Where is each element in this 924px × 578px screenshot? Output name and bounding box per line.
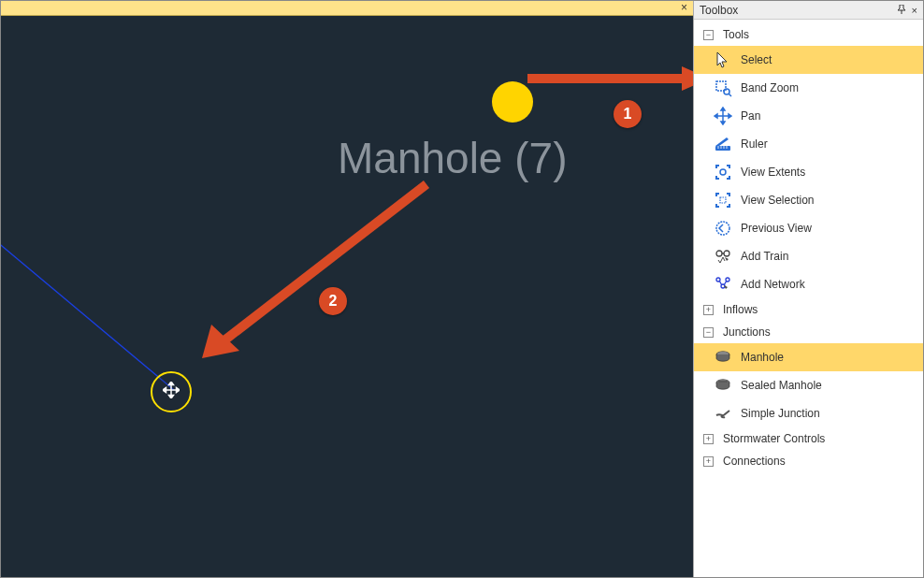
group-label: Inflows [723,303,758,316]
add-network-icon [713,274,733,295]
zoom-box-icon [713,78,733,98]
ruler-icon [713,134,733,154]
svg-point-45 [724,251,729,256]
svg-marker-4 [169,396,174,399]
svg-marker-19 [729,114,731,118]
pipe-line [1,194,253,474]
group-label: Junctions [723,325,771,339]
annotation-arrow-1 [523,65,693,93]
tool-label: View Selection [741,194,815,207]
group-stormwater: + Stormwater Controls [694,427,923,450]
close-icon[interactable]: × [681,1,687,14]
svg-rect-42 [720,197,726,203]
annotation-number-2: 2 [319,287,347,315]
tool-label: Band Zoom [741,81,799,94]
tool-label: Previous View [741,222,812,235]
add-train-icon [713,246,733,267]
group-header-tools[interactable]: − Tools [694,23,923,46]
collapse-icon: − [703,30,714,40]
toolbox-header: Toolbox × [694,1,923,20]
svg-rect-26 [715,165,717,168]
svg-marker-18 [715,114,717,118]
tool-label: Manhole [741,351,784,364]
tool-label: Ruler [741,137,768,151]
cursor-icon [713,50,733,70]
expand-icon: + [703,305,714,315]
annotation-number-1: 1 [614,100,642,128]
previous-view-icon [713,218,733,238]
svg-marker-5 [163,388,166,393]
expand-icon: + [703,434,714,444]
manhole-icon [713,347,733,368]
svg-line-13 [729,94,731,96]
tool-label: Add Network [741,278,805,291]
selected-node[interactable] [151,371,192,412]
svg-rect-30 [715,176,717,180]
tool-previous-view[interactable]: Previous View [694,214,923,242]
tool-pan[interactable]: Pan [694,102,923,130]
tool-add-train[interactable]: Add Train [694,242,923,270]
junction-sealed-manhole[interactable]: Sealed Manhole [694,371,923,399]
svg-point-33 [720,169,726,175]
app-root: × Manhole (7) [0,0,924,578]
svg-marker-6 [177,388,180,393]
tool-label: View Extents [741,166,805,179]
svg-line-9 [221,184,426,343]
svg-rect-41 [729,204,730,208]
svg-marker-8 [682,66,693,91]
pin-icon[interactable] [897,5,906,16]
drawing-canvas[interactable]: Manhole (7) 1 [1,16,693,577]
toolbox-tree: − Tools Select Band Zoom [694,20,923,577]
group-header-inflows[interactable]: + Inflows [694,298,923,321]
svg-rect-20 [715,146,730,151]
toolbox-title: Toolbox [700,4,891,17]
svg-marker-17 [721,122,725,124]
svg-rect-37 [729,193,730,196]
junction-simple[interactable]: Simple Junction [694,399,923,427]
tool-add-network[interactable]: Add Network [694,270,923,298]
node-label: Manhole (7) [338,133,567,183]
extents-icon [713,162,733,182]
svg-marker-10 [202,325,239,358]
tool-view-selection[interactable]: View Selection [694,186,923,214]
svg-line-0 [1,222,174,390]
tool-label: Add Train [741,250,788,263]
expand-icon: + [703,456,714,467]
svg-point-44 [716,251,722,256]
tool-band-zoom[interactable]: Band Zoom [694,74,923,102]
svg-marker-3 [169,382,174,385]
tool-label: Sealed Manhole [741,379,822,392]
group-header-stormwater[interactable]: + Stormwater Controls [694,427,923,450]
simple-junction-icon [713,403,733,424]
svg-rect-35 [715,193,717,196]
tool-label: Pan [741,109,760,123]
group-header-connections[interactable]: + Connections [694,450,923,472]
group-label: Tools [723,28,749,41]
svg-rect-39 [715,204,717,208]
move-cursor-icon [163,382,180,402]
group-header-junctions[interactable]: − Junctions [694,321,923,343]
svg-rect-32 [729,176,730,180]
junction-manhole[interactable]: Manhole [694,343,923,371]
close-icon[interactable]: × [912,5,917,16]
canvas-panel: × Manhole (7) [1,1,693,577]
tool-ruler[interactable]: Ruler [694,130,923,158]
svg-line-51 [724,281,727,285]
tool-label: Simple Junction [741,407,820,420]
collapse-icon: − [703,327,714,338]
group-connections: + Connections [694,450,923,472]
group-label: Stormwater Controls [723,432,825,445]
view-selection-icon [713,190,733,210]
group-junctions: − Junctions Manhole Sealed Manhole [694,321,923,427]
toolbox-panel: Toolbox × − Tools Select [693,1,923,577]
annotation-arrow-2 [193,175,436,381]
tool-select[interactable]: Select [694,46,923,74]
svg-line-50 [719,281,722,285]
tool-view-extents[interactable]: View Extents [694,158,923,186]
group-label: Connections [723,455,786,468]
svg-rect-28 [729,165,730,168]
pan-icon [713,106,733,126]
svg-marker-16 [721,108,725,110]
group-inflows: + Inflows [694,298,923,321]
canvas-message-bar: × [1,1,693,16]
